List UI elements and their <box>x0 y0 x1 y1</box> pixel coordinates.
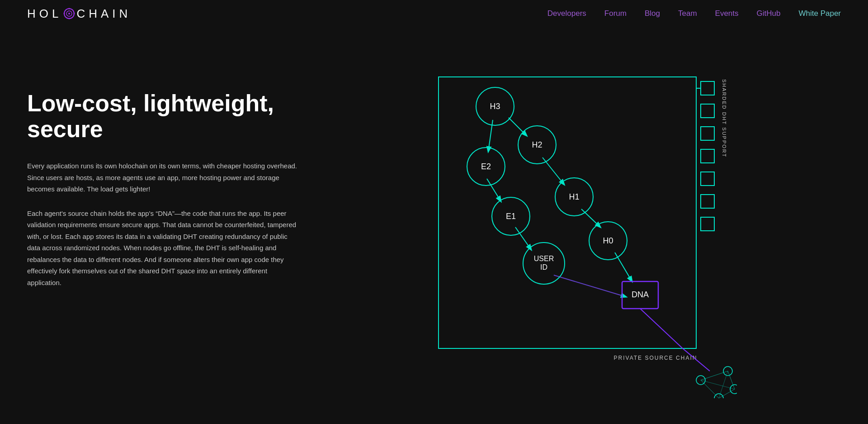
navbar: HOL CHAIN Developers Forum Blog Team Eve… <box>0 0 868 27</box>
nav-team[interactable]: Team <box>678 9 697 18</box>
nav-events[interactable]: Events <box>715 9 739 18</box>
svg-point-4 <box>74 13 75 14</box>
svg-line-44 <box>640 309 683 348</box>
logo-icon <box>63 7 75 20</box>
svg-text:ID: ID <box>540 263 547 271</box>
hero-right: SHARDED DHT SUPPORT <box>316 63 841 406</box>
svg-point-3 <box>69 8 70 10</box>
svg-rect-8 <box>701 81 714 95</box>
svg-line-20 <box>487 179 501 201</box>
svg-rect-11 <box>701 149 714 163</box>
nav-developers[interactable]: Developers <box>547 9 586 18</box>
svg-rect-13 <box>701 195 714 208</box>
diagram-svg: SHARDED DHT SUPPORT <box>420 54 737 398</box>
diagram-container: SHARDED DHT SUPPORT <box>420 54 737 398</box>
hero-para-1: Every application runs its own holochain… <box>27 160 298 195</box>
nav-whitepaper[interactable]: White Paper <box>798 9 841 18</box>
svg-line-50 <box>701 371 728 380</box>
svg-line-55 <box>719 371 728 398</box>
hero-para-2: Each agent's source chain holds the app'… <box>27 208 298 289</box>
logo-text-after: CHAIN <box>76 7 131 21</box>
svg-text:PRIVATE SOURCE CHAIN: PRIVATE SOURCE CHAIN <box>614 355 698 361</box>
svg-point-5 <box>69 18 70 19</box>
logo[interactable]: HOL CHAIN <box>27 7 131 21</box>
svg-line-54 <box>701 380 735 389</box>
svg-line-24 <box>554 275 626 297</box>
nav-github[interactable]: GitHub <box>757 9 781 18</box>
svg-text:H0: H0 <box>603 236 613 245</box>
hero-title: Low-cost, lightweight, secure <box>27 91 316 142</box>
svg-rect-9 <box>701 104 714 118</box>
svg-point-2 <box>68 13 70 14</box>
svg-text:H1: H1 <box>569 192 579 201</box>
svg-text:H2: H2 <box>532 140 542 149</box>
svg-text:E2: E2 <box>481 162 491 171</box>
nav-links: Developers Forum Blog Team Events GitHub… <box>547 9 841 18</box>
svg-rect-14 <box>701 217 714 231</box>
svg-text:H3: H3 <box>490 102 500 111</box>
svg-text:E1: E1 <box>506 212 516 221</box>
hero-left: Low-cost, lightweight, secure Every appl… <box>27 63 316 406</box>
svg-text:DNA: DNA <box>632 290 649 299</box>
svg-line-53 <box>701 380 719 398</box>
nav-forum[interactable]: Forum <box>604 9 627 18</box>
svg-rect-10 <box>701 127 714 140</box>
logo-text-before: HOL <box>27 7 62 21</box>
svg-line-17 <box>509 118 527 136</box>
nav-blog[interactable]: Blog <box>645 9 660 18</box>
hero-section: Low-cost, lightweight, secure Every appl… <box>0 27 868 424</box>
svg-rect-12 <box>701 172 714 186</box>
svg-point-6 <box>64 13 65 14</box>
svg-rect-7 <box>439 77 696 348</box>
svg-text:USER: USER <box>534 255 554 262</box>
svg-text:SHARDED DHT SUPPORT: SHARDED DHT SUPPORT <box>722 79 727 157</box>
